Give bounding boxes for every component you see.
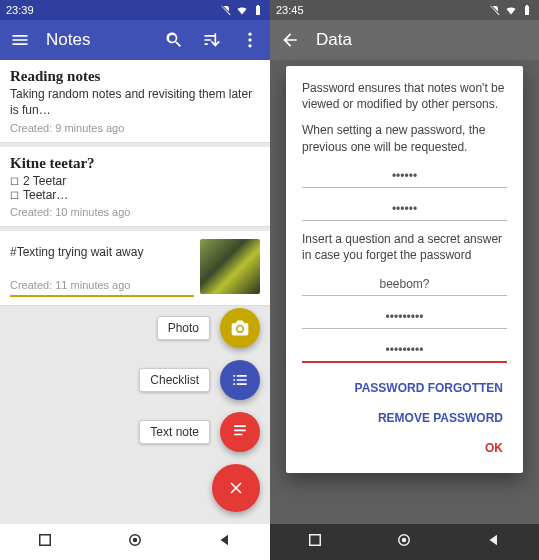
note-body: #Texting trying wait away xyxy=(10,239,194,275)
status-bar: 23:45 xyxy=(270,0,539,20)
app-bar: Notes xyxy=(0,20,270,60)
svg-point-0 xyxy=(248,33,251,36)
ok-button[interactable]: OK xyxy=(481,433,507,463)
note-card[interactable]: #Texting trying wait away Created: 11 mi… xyxy=(0,231,270,306)
remove-password-button[interactable]: REMOVE PASSWORD xyxy=(374,403,507,433)
svg-point-8 xyxy=(402,538,407,543)
fab-label-textnote: Text note xyxy=(139,420,210,444)
answer-input-2[interactable] xyxy=(302,339,507,363)
battery-icon xyxy=(252,4,264,16)
note-icon xyxy=(230,422,250,442)
svg-rect-3 xyxy=(40,535,51,546)
svg-point-1 xyxy=(248,38,251,41)
nav-recent[interactable] xyxy=(36,531,54,553)
fab-label-photo: Photo xyxy=(157,316,210,340)
checklist-item: 2 Teetar xyxy=(10,174,260,188)
svg-rect-6 xyxy=(310,535,321,546)
square-icon xyxy=(36,531,54,549)
note-created: Created: 10 minutes ago xyxy=(10,206,260,218)
triangle-icon xyxy=(216,531,234,549)
device-left: 23:39 Notes Reading notes Taking random … xyxy=(0,0,270,560)
status-icons xyxy=(220,4,264,16)
nav-back[interactable] xyxy=(485,531,503,553)
dialog-text: When setting a new password, the previou… xyxy=(302,122,507,154)
menu-button[interactable] xyxy=(8,28,32,52)
wifi-icon xyxy=(505,4,517,16)
note-title: Reading notes xyxy=(10,68,260,85)
nav-home[interactable] xyxy=(395,531,413,553)
note-card[interactable]: Kitne teetar? 2 Teetar Teetar… Created: … xyxy=(0,147,270,227)
note-title: Kitne teetar? xyxy=(10,155,260,172)
password-input-2[interactable] xyxy=(302,198,507,221)
sort-icon xyxy=(202,30,222,50)
fab-stack: Photo Checklist Text note xyxy=(139,308,260,512)
dialog-actions: PASSWORD FORGOTTEN REMOVE PASSWORD OK xyxy=(302,373,507,463)
dialog-text: Password ensures that notes won't be vie… xyxy=(302,80,507,112)
wifi-icon xyxy=(236,4,248,16)
app-bar: Data xyxy=(270,20,539,60)
question-input[interactable] xyxy=(302,273,507,296)
nav-back[interactable] xyxy=(216,531,234,553)
nav-bar xyxy=(0,524,270,560)
fab-photo[interactable] xyxy=(220,308,260,348)
search-button[interactable] xyxy=(162,28,186,52)
back-button[interactable] xyxy=(278,28,302,52)
notes-list: Reading notes Taking random notes and re… xyxy=(0,60,270,306)
svg-point-2 xyxy=(248,44,251,47)
status-time: 23:45 xyxy=(276,4,304,16)
checklist-item: Teetar… xyxy=(10,188,260,202)
note-body: Taking random notes and revisiting them … xyxy=(10,87,260,118)
fab-label-checklist: Checklist xyxy=(139,368,210,392)
note-created: Created: 11 minutes ago xyxy=(10,279,194,291)
status-icons xyxy=(489,4,533,16)
device-right: 23:45 Data Password ensures that notes w… xyxy=(270,0,539,560)
app-title: Notes xyxy=(46,30,148,50)
note-thumbnail xyxy=(200,239,260,294)
status-time: 23:39 xyxy=(6,4,34,16)
nav-home[interactable] xyxy=(126,531,144,553)
fab-close[interactable] xyxy=(212,464,260,512)
note-card[interactable]: Reading notes Taking random notes and re… xyxy=(0,60,270,143)
no-sim-icon xyxy=(489,4,501,16)
no-sim-icon xyxy=(220,4,232,16)
status-bar: 23:39 xyxy=(0,0,270,20)
search-icon xyxy=(164,30,184,50)
app-title: Data xyxy=(316,30,531,50)
circle-icon xyxy=(126,531,144,549)
arrow-back-icon xyxy=(280,30,300,50)
sort-button[interactable] xyxy=(200,28,224,52)
menu-icon xyxy=(10,30,30,50)
fab-checklist[interactable] xyxy=(220,360,260,400)
fab-textnote[interactable] xyxy=(220,412,260,452)
nav-bar xyxy=(270,524,539,560)
password-dialog: Password ensures that notes won't be vie… xyxy=(286,66,523,473)
dialog-text: Insert a question and a secret answer in… xyxy=(302,231,507,263)
answer-input-1[interactable] xyxy=(302,306,507,329)
overflow-button[interactable] xyxy=(238,28,262,52)
camera-icon xyxy=(230,318,250,338)
list-icon xyxy=(230,370,250,390)
battery-icon xyxy=(521,4,533,16)
forgotten-button[interactable]: PASSWORD FORGOTTEN xyxy=(351,373,507,403)
more-icon xyxy=(240,30,260,50)
svg-point-5 xyxy=(133,538,138,543)
square-icon xyxy=(306,531,324,549)
note-created: Created: 9 minutes ago xyxy=(10,122,260,134)
password-input-1[interactable] xyxy=(302,165,507,188)
nav-recent[interactable] xyxy=(306,531,324,553)
triangle-icon xyxy=(485,531,503,549)
circle-icon xyxy=(395,531,413,549)
close-icon xyxy=(226,478,246,498)
